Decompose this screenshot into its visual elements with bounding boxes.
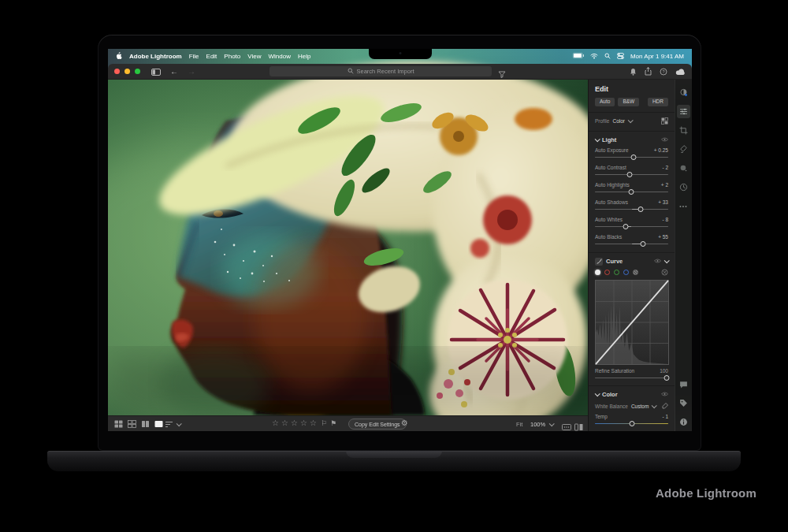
sync-cloud-icon[interactable] xyxy=(675,65,686,79)
star-icon[interactable]: ☆ xyxy=(300,419,310,427)
star-icon[interactable]: ☆ xyxy=(310,419,319,427)
traffic-light-close[interactable] xyxy=(114,69,120,74)
light-collapse-icon[interactable] xyxy=(595,136,600,142)
curve-visibility-eye-icon[interactable] xyxy=(654,258,661,265)
photo-toolbar: ☆☆☆☆☆ ⚐⚑ Copy Edit Settings ⚙ Fit 100% xyxy=(108,415,588,431)
menu-photo[interactable]: Photo xyxy=(224,53,240,60)
spotlight-search-icon[interactable] xyxy=(604,53,611,61)
view-photo-grid-icon[interactable] xyxy=(114,420,123,428)
color-collapse-icon[interactable] xyxy=(595,391,600,396)
menubar-clock[interactable]: Mon Apr 1 9:41 AM xyxy=(630,53,684,60)
light-section-header[interactable]: Light xyxy=(595,136,668,143)
fit-label[interactable]: Fit xyxy=(516,421,522,428)
pick-flag-icon[interactable]: ⚐ xyxy=(321,419,330,427)
hdr-button[interactable]: HDR xyxy=(648,98,668,106)
white-balance-label: White Balance xyxy=(595,404,628,409)
white-balance-dropdown[interactable]: Custom xyxy=(631,404,649,409)
auto-highlights-slider[interactable]: Auto Highlights+ 2 xyxy=(595,182,668,195)
targeted-adjustment-icon[interactable] xyxy=(661,269,668,277)
eyedropper-icon[interactable] xyxy=(662,403,668,410)
auto-contrast-slider[interactable]: Auto Contrast- 2 xyxy=(595,165,668,178)
reject-flag-icon[interactable]: ⚑ xyxy=(330,419,340,427)
menu-window[interactable]: Window xyxy=(268,53,290,60)
traffic-light-zoom[interactable] xyxy=(135,69,140,74)
profile-browser-icon[interactable] xyxy=(661,117,668,125)
slider-value: + 0.25 xyxy=(654,147,668,153)
photo-canvas[interactable] xyxy=(108,80,588,415)
temp-slider[interactable]: Temp- 1 xyxy=(595,414,668,427)
color-section-header[interactable]: Color xyxy=(595,391,668,398)
slider-value: - 8 xyxy=(662,217,668,222)
before-after-icon[interactable] xyxy=(574,420,583,431)
sort-icon[interactable] xyxy=(165,421,180,428)
star-icon[interactable]: ☆ xyxy=(281,419,291,427)
auto-exposure-slider[interactable]: Auto Exposure+ 0.25 xyxy=(595,147,668,161)
menu-help[interactable]: Help xyxy=(298,53,310,60)
back-button[interactable]: ← xyxy=(170,68,178,76)
profile-value-dropdown[interactable]: Color xyxy=(612,118,625,124)
slider-knob[interactable] xyxy=(626,172,632,177)
apple-logo-icon[interactable] xyxy=(116,52,122,61)
curve-chevron-icon[interactable] xyxy=(664,258,670,263)
tone-curve-graph[interactable] xyxy=(595,280,669,365)
channel-green-button[interactable] xyxy=(614,270,619,275)
forward-button[interactable]: → xyxy=(188,68,195,76)
channel-blue-button[interactable] xyxy=(623,270,629,275)
control-center-icon[interactable] xyxy=(617,53,624,61)
svg-text:?: ? xyxy=(662,69,664,74)
sort-chevron-icon xyxy=(177,421,182,426)
info-icon[interactable] xyxy=(677,415,690,429)
auto-blacks-slider[interactable]: Auto Blacks+ 55 xyxy=(595,234,668,247)
help-icon[interactable]: ? xyxy=(660,65,667,79)
curve-section-header[interactable]: Curve xyxy=(595,258,668,266)
slider-label: Temp xyxy=(595,414,608,419)
share-icon[interactable] xyxy=(645,65,652,79)
traffic-light-minimize[interactable] xyxy=(125,69,130,74)
auto-shadows-slider[interactable]: Auto Shadows+ 33 xyxy=(595,199,668,213)
slider-knob[interactable] xyxy=(628,189,634,195)
slider-knob[interactable] xyxy=(664,375,670,381)
search-input[interactable]: Search Recent Import xyxy=(269,66,492,76)
star-icon[interactable]: ☆ xyxy=(272,419,281,427)
curve-icon xyxy=(595,258,603,266)
grid-overlay-icon[interactable] xyxy=(562,420,571,431)
slider-knob[interactable] xyxy=(637,206,643,212)
view-compare-icon[interactable] xyxy=(141,420,150,428)
slider-knob[interactable] xyxy=(623,224,629,229)
zoom-level[interactable]: 100% xyxy=(530,421,545,428)
channel-parametric-button[interactable] xyxy=(633,270,638,275)
copy-edit-settings-button[interactable]: Copy Edit Settings xyxy=(348,419,407,430)
tint-slider[interactable]: Tint- 3 xyxy=(595,431,668,432)
refine-saturation-slider[interactable] xyxy=(595,374,668,381)
auto-whites-slider[interactable]: Auto Whites- 8 xyxy=(595,217,668,230)
sidebar-toggle-icon[interactable] xyxy=(151,65,161,79)
menu-file[interactable]: File xyxy=(189,53,199,60)
view-square-grid-icon[interactable] xyxy=(128,420,136,428)
menubar-app-name[interactable]: Adobe Lightroom xyxy=(129,53,182,60)
slider-knob[interactable] xyxy=(629,421,634,426)
menu-view[interactable]: View xyxy=(247,53,261,60)
profile-chevron-icon[interactable] xyxy=(628,117,634,123)
portrait-photo xyxy=(108,80,588,415)
wifi-icon[interactable] xyxy=(590,53,598,61)
light-visibility-eye-icon[interactable] xyxy=(661,136,668,143)
notifications-bell-icon[interactable] xyxy=(630,65,637,79)
zoom-chevron-icon[interactable] xyxy=(549,421,555,426)
view-detail-icon[interactable] xyxy=(154,420,163,428)
wb-chevron-icon[interactable] xyxy=(652,403,657,408)
slider-knob[interactable] xyxy=(641,241,646,247)
channel-rgb-button[interactable] xyxy=(595,270,600,275)
battery-icon[interactable] xyxy=(573,53,584,60)
camera-dot xyxy=(399,52,401,54)
slider-value: + 33 xyxy=(658,199,668,205)
star-icon[interactable]: ☆ xyxy=(291,419,300,427)
bw-button[interactable]: B&W xyxy=(618,98,639,106)
slider-knob[interactable] xyxy=(631,154,637,160)
auto-button[interactable]: Auto xyxy=(595,98,615,106)
channel-red-button[interactable] xyxy=(604,270,610,275)
filter-icon[interactable] xyxy=(498,67,506,81)
menu-edit[interactable]: Edit xyxy=(206,53,217,60)
edit-settings-gear-icon[interactable]: ⚙ xyxy=(401,419,408,427)
star-rating[interactable]: ☆☆☆☆☆ xyxy=(272,419,319,427)
color-visibility-eye-icon[interactable] xyxy=(661,391,668,398)
